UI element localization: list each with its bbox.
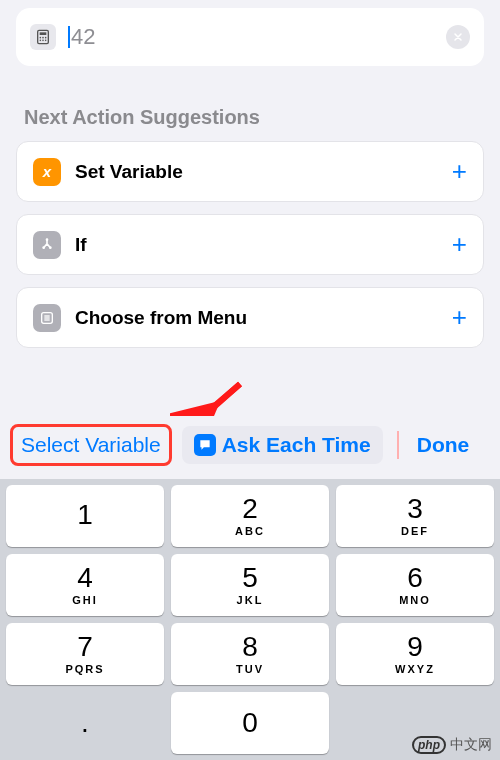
- key-4[interactable]: 4 GHI: [6, 554, 164, 616]
- add-icon: +: [452, 302, 467, 333]
- svg-point-9: [42, 246, 45, 249]
- svg-point-4: [45, 37, 47, 39]
- suggestion-label: If: [75, 234, 438, 256]
- svg-point-8: [46, 238, 49, 241]
- key-7[interactable]: 7 PQRS: [6, 623, 164, 685]
- suggestion-choose-menu[interactable]: Choose from Menu +: [16, 287, 484, 348]
- menu-list-icon: [33, 304, 61, 332]
- suggestion-label: Set Variable: [75, 161, 438, 183]
- svg-point-2: [40, 37, 42, 39]
- suggestion-label: Choose from Menu: [75, 307, 438, 329]
- number-input[interactable]: 42: [68, 24, 434, 50]
- key-0[interactable]: 0: [171, 692, 329, 754]
- ask-each-time-button[interactable]: Ask Each Time: [182, 426, 383, 464]
- suggestions-list: x Set Variable + If + Choose from Menu +: [0, 141, 500, 348]
- key-9[interactable]: 9 WXYZ: [336, 623, 494, 685]
- done-button[interactable]: Done: [413, 433, 474, 457]
- watermark-text: 中文网: [450, 736, 492, 754]
- add-icon: +: [452, 229, 467, 260]
- calculator-icon: [30, 24, 56, 50]
- suggestion-if[interactable]: If +: [16, 214, 484, 275]
- add-icon: +: [452, 156, 467, 187]
- variable-toolbar: Select Variable Ask Each Time Done: [0, 416, 500, 474]
- watermark: php 中文网: [412, 736, 492, 754]
- message-icon: [194, 434, 216, 456]
- key-1[interactable]: 1: [6, 485, 164, 547]
- key-2[interactable]: 2 ABC: [171, 485, 329, 547]
- svg-point-5: [40, 40, 42, 42]
- svg-point-6: [42, 40, 44, 42]
- branch-icon: [33, 231, 61, 259]
- watermark-logo: php: [412, 736, 446, 754]
- number-input-value: 42: [68, 24, 95, 49]
- key-dot[interactable]: .: [6, 692, 164, 754]
- svg-point-3: [42, 37, 44, 39]
- ask-each-time-label: Ask Each Time: [222, 433, 371, 457]
- variable-x-icon: x: [33, 158, 61, 186]
- key-8[interactable]: 8 TUV: [171, 623, 329, 685]
- svg-rect-1: [40, 32, 47, 35]
- select-variable-button[interactable]: Select Variable: [10, 424, 172, 466]
- key-5[interactable]: 5 JKL: [171, 554, 329, 616]
- key-3[interactable]: 3 DEF: [336, 485, 494, 547]
- suggestion-set-variable[interactable]: x Set Variable +: [16, 141, 484, 202]
- clear-input-button[interactable]: [446, 25, 470, 49]
- numeric-keypad: 1 2 ABC 3 DEF 4 GHI 5 JKL 6 MNO 7 PQRS 8…: [0, 479, 500, 760]
- key-6[interactable]: 6 MNO: [336, 554, 494, 616]
- suggestions-title: Next Action Suggestions: [24, 106, 476, 129]
- svg-point-7: [45, 40, 47, 42]
- number-input-card: 42: [16, 8, 484, 66]
- toolbar-divider: [397, 431, 399, 459]
- svg-point-10: [49, 246, 52, 249]
